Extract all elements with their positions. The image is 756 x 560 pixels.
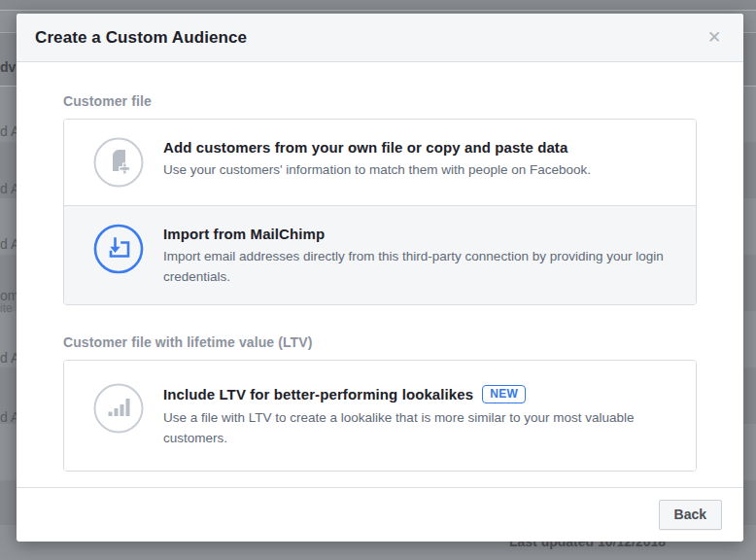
background-band	[0, 0, 756, 10]
option-import-from-mailchimp[interactable]: Import from MailChimp Import email addre…	[64, 205, 696, 304]
back-button[interactable]: Back	[659, 500, 722, 530]
option-texts: Import from MailChimp Import email addre…	[163, 224, 669, 287]
modal-title: Create a Custom Audience	[17, 14, 743, 62]
option-description: Import email addresses directly from thi…	[163, 246, 669, 287]
option-title: Add customers from your own file or copy…	[163, 139, 591, 156]
background-text-fragment: dv	[0, 59, 17, 75]
option-description: Use a file with LTV to create a lookalik…	[163, 407, 669, 448]
section-customer-file: Customer file Add cu	[63, 93, 697, 305]
option-title: Include LTV for better-performing lookal…	[163, 385, 669, 403]
close-icon[interactable]: ✕	[697, 14, 732, 62]
background-text-fragment: d A	[0, 236, 17, 252]
section-customer-file-ltv: Customer file with lifetime value (LTV)	[63, 334, 697, 472]
option-title: Import from MailChimp	[163, 226, 669, 242]
new-badge: NEW	[482, 385, 526, 403]
create-custom-audience-modal: Create a Custom Audience ✕ Customer file	[17, 14, 743, 542]
modal-header: Create a Custom Audience ✕	[17, 14, 743, 62]
option-title-text: Include LTV for better-performing lookal…	[163, 386, 473, 402]
option-texts: Add customers from your own file or copy…	[163, 137, 591, 180]
background-text-fragment: d A	[0, 123, 17, 139]
background-divider	[0, 10, 756, 11]
import-download-icon	[93, 224, 144, 274]
option-add-customers-from-file[interactable]: Add customers from your own file or copy…	[64, 120, 696, 205]
bar-chart-icon	[93, 383, 144, 434]
option-include-ltv[interactable]: Include LTV for better-performing lookal…	[64, 361, 696, 471]
option-description: Use your customers' information to match…	[163, 159, 591, 180]
background-text-fragment: ite	[0, 301, 17, 315]
modal-body: Customer file Add cu	[17, 62, 743, 487]
file-add-icon	[93, 137, 144, 188]
background-text-fragment: d A	[0, 350, 17, 366]
customer-file-option-group: Add customers from your own file or copy…	[63, 119, 697, 305]
modal-footer: Back	[17, 487, 743, 542]
option-texts: Include LTV for better-performing lookal…	[163, 383, 669, 448]
section-label: Customer file with lifetime value (LTV)	[63, 334, 697, 350]
background-text-fragment: d A	[0, 409, 17, 425]
section-label: Customer file	[63, 93, 697, 109]
ltv-option-group: Include LTV for better-performing lookal…	[63, 360, 697, 472]
background-text-fragment: d A	[0, 181, 17, 196]
